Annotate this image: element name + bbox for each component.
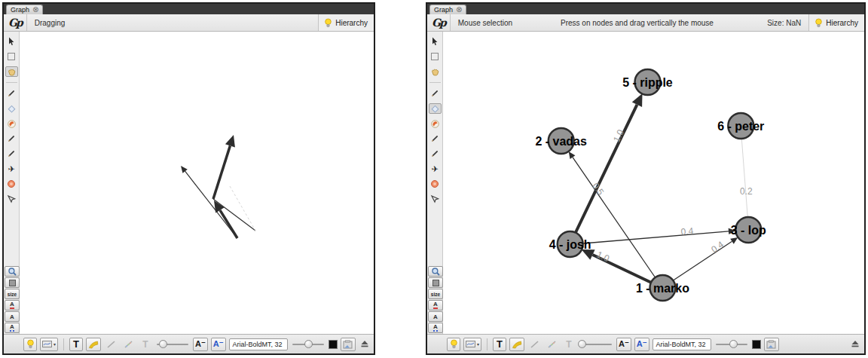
tab-graph[interactable]: Graph ⊗ xyxy=(429,5,466,14)
tool-shortest-path[interactable]: ✈ xyxy=(5,164,18,174)
tool-direct-selection[interactable] xyxy=(429,36,442,47)
reset-sizes-button[interactable]: size xyxy=(428,289,443,299)
tool-sizer[interactable] xyxy=(5,103,18,114)
light-toggle-button[interactable] xyxy=(23,338,37,351)
tab-close-icon[interactable]: ⊗ xyxy=(456,6,462,14)
gephi-logo: Gp xyxy=(427,17,450,29)
tab-close-icon[interactable]: ⊗ xyxy=(32,6,38,14)
graph-edge xyxy=(573,158,655,277)
colored-line-icon xyxy=(547,340,557,349)
labels-dropdown-button[interactable]: ▾ xyxy=(40,338,58,351)
tool-painter[interactable] xyxy=(429,88,442,99)
graph-edge xyxy=(583,231,729,243)
diagonal-line-icon xyxy=(106,340,116,349)
tab-graph[interactable]: Graph ⊗ xyxy=(6,5,43,14)
edge-weight-slider[interactable] xyxy=(155,339,190,350)
gephi-logo: Gp xyxy=(4,17,26,29)
label-font-field[interactable]: Arial-BoldMT, 32 xyxy=(653,338,711,350)
tool-node-pencil[interactable] xyxy=(5,133,18,144)
chevron-down-icon: ▾ xyxy=(477,341,479,347)
reset-label-visibility-button[interactable]: A xyxy=(5,311,20,322)
tool-sizer[interactable] xyxy=(429,103,442,114)
label-color-swatch[interactable] xyxy=(329,340,338,349)
label-size-slider[interactable] xyxy=(714,339,749,350)
tool-drag[interactable] xyxy=(429,66,442,77)
gray-swatch-icon xyxy=(9,280,16,286)
tool-shortest-path[interactable]: ✈ xyxy=(429,164,442,174)
label-color-swatch[interactable] xyxy=(752,340,761,349)
reset-label-visibility-button[interactable]: A xyxy=(428,311,443,322)
hierarchy-toggle[interactable]: Hierarchy xyxy=(319,14,374,31)
graph-canvas[interactable] xyxy=(20,32,374,334)
tool-edge-pencil[interactable] xyxy=(5,148,18,159)
screenshot-button[interactable] xyxy=(341,338,356,351)
a-minus-blue-icon: A⁻ xyxy=(213,340,224,348)
center-on-graph-button[interactable] xyxy=(5,266,20,277)
status-text: Dragging xyxy=(35,19,66,27)
tool-drag[interactable] xyxy=(5,66,18,77)
graph-edge xyxy=(185,171,237,238)
label-size-mode-button[interactable]: A⁻ xyxy=(211,338,226,351)
expand-panel-icon[interactable] xyxy=(851,340,860,348)
edge-color-mode-button[interactable] xyxy=(509,338,524,351)
letter-a-icon: A xyxy=(433,314,438,320)
slider-handle[interactable] xyxy=(304,340,313,348)
tool-heat-map[interactable] xyxy=(5,179,18,189)
brush-icon xyxy=(7,119,17,129)
edge-weight-slider[interactable] xyxy=(579,339,613,350)
tool-edit[interactable] xyxy=(5,194,18,204)
yellow-wedge-icon xyxy=(512,340,522,349)
tool-brush[interactable] xyxy=(5,118,18,129)
reset-label-sizes-button[interactable]: A xyxy=(5,323,20,333)
reset-label-colors-button[interactable]: A xyxy=(5,300,20,311)
pencil-icon xyxy=(7,149,16,158)
chevron-down-icon: ▾ xyxy=(53,341,56,347)
background-color-button[interactable] xyxy=(428,277,443,288)
reset-label-sizes-button[interactable]: A xyxy=(428,323,443,333)
tool-rectangle-selection[interactable] xyxy=(429,51,442,62)
tool-heat-map[interactable] xyxy=(429,179,442,189)
edge-weight-label: 0.4 xyxy=(709,239,726,255)
reset-sizes-button[interactable]: size xyxy=(5,289,20,299)
label-size-slider[interactable] xyxy=(291,339,326,350)
edge-color-mode-button[interactable] xyxy=(86,338,101,351)
slider-handle[interactable] xyxy=(159,340,167,348)
tool-node-pencil[interactable] xyxy=(429,133,442,144)
magnifier-icon xyxy=(431,267,441,277)
graph-canvas[interactable]: 1.00.51.00.40.40.25 - ripple2 - vadas6 -… xyxy=(443,32,864,334)
label-size-down-button[interactable]: A⁻ xyxy=(616,338,631,351)
tab-label: Graph xyxy=(11,6,29,14)
tool-rectangle-selection[interactable] xyxy=(5,51,18,62)
letter-a-red-icon: A xyxy=(10,301,14,309)
edge-arrowhead-icon xyxy=(181,166,188,173)
label-size-down-button[interactable]: A⁻ xyxy=(193,338,208,351)
edge-weight-label: 0.4 xyxy=(680,225,694,237)
tool-edit[interactable] xyxy=(429,194,442,204)
tool-direct-selection[interactable] xyxy=(5,36,18,47)
expand-panel-icon[interactable] xyxy=(360,340,369,348)
hierarchy-label: Hierarchy xyxy=(335,19,368,27)
slider-handle[interactable] xyxy=(729,340,738,348)
font-value: Arial-BoldMT, 32 xyxy=(233,341,283,348)
separator xyxy=(450,14,451,31)
plane-icon: ✈ xyxy=(431,165,438,173)
node-labels-button[interactable]: T xyxy=(69,338,83,351)
magnifier-icon xyxy=(8,267,17,277)
label-font-field[interactable]: Arial-BoldMT, 32 xyxy=(229,338,288,350)
tool-edge-pencil[interactable] xyxy=(429,148,442,159)
center-on-graph-button[interactable] xyxy=(428,266,443,277)
screenshot-button[interactable] xyxy=(764,338,779,351)
background-color-button[interactable] xyxy=(5,277,20,288)
graph-window-left: Graph ⊗ Gp Dragging Hierarchy ✈ xyxy=(2,2,375,355)
status-text: Mouse selection xyxy=(458,19,512,27)
reset-label-colors-button[interactable]: A xyxy=(428,300,443,311)
hierarchy-toggle[interactable]: Hierarchy xyxy=(809,14,864,31)
label-size-mode-button[interactable]: A⁻ xyxy=(634,338,649,351)
slider-handle[interactable] xyxy=(578,340,586,348)
tool-painter[interactable] xyxy=(5,88,18,99)
graph-edge xyxy=(741,139,747,217)
light-toggle-button[interactable] xyxy=(447,338,460,351)
tool-brush[interactable] xyxy=(429,118,442,129)
labels-dropdown-button[interactable]: ▾ xyxy=(463,338,481,351)
node-labels-button[interactable]: T xyxy=(493,338,506,351)
